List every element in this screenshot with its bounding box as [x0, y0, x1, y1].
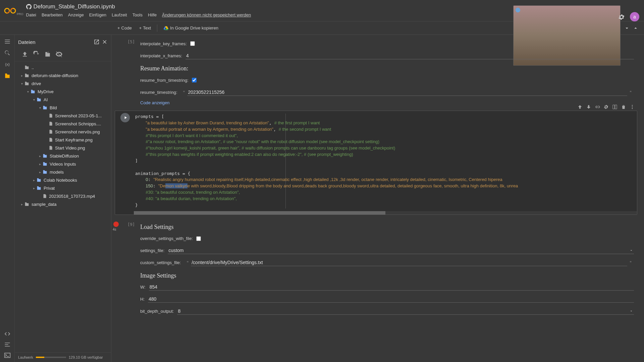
run-cell-button[interactable] — [120, 113, 130, 122]
add-text-button[interactable]: +Text — [137, 24, 154, 32]
code-editor[interactable]: prompts = [ "a beautiful lake by Asher B… — [134, 111, 637, 211]
search-icon[interactable] — [4, 50, 11, 56]
svg-point-7 — [632, 108, 633, 109]
hide-icon[interactable] — [56, 51, 62, 58]
custom-file-input[interactable] — [191, 259, 627, 266]
exec-count: [5] — [115, 40, 135, 44]
pro-badge: PRO — [17, 12, 23, 16]
menu-datei[interactable]: Datei — [26, 12, 36, 17]
resume-from-timestring-checkbox[interactable] — [192, 78, 197, 82]
resume-timestring-label: resume_timestring: — [140, 90, 177, 95]
menu-tools[interactable]: Tools — [132, 12, 143, 17]
menu-hilfe[interactable]: Hilfe — [148, 12, 157, 17]
notebook-title[interactable]: Deforum_Stable_Diffusion.ipynb — [34, 3, 115, 10]
interpolate-key-frames-checkbox[interactable] — [190, 41, 195, 46]
delete-icon[interactable] — [621, 104, 626, 110]
svg-point-6 — [632, 107, 633, 108]
add-code-button[interactable]: +Code — [115, 24, 135, 32]
close-icon[interactable] — [102, 39, 108, 45]
tree-up[interactable]: .. — [15, 63, 110, 71]
tree-file[interactable]: Start Video.png — [15, 144, 110, 152]
mount-drive-icon[interactable] — [44, 51, 51, 58]
file-icon — [48, 113, 53, 118]
copy-to-drive-button[interactable]: In Google Drive kopieren — [161, 24, 221, 32]
interpolate-key-frames-label: interpolate_key_frames: — [140, 41, 187, 46]
left-rail: {x} — [0, 35, 15, 362]
folder-icon — [42, 105, 48, 110]
refresh-icon[interactable] — [33, 51, 40, 58]
tree-folder[interactable]: ▸Privat — [15, 184, 110, 192]
tree-folder[interactable]: ▸deforum-stable-diffusion — [15, 71, 110, 79]
terminal-icon[interactable] — [4, 352, 11, 359]
tree-folder[interactable]: ▸Videos Inputs — [15, 160, 110, 168]
upload-icon[interactable] — [21, 51, 28, 58]
move-down-icon[interactable] — [586, 104, 591, 110]
tree-file[interactable]: Start Keyframe.png — [15, 136, 110, 144]
tree-folder[interactable]: ▾MyDrive — [15, 87, 110, 96]
move-up-icon[interactable] — [577, 104, 583, 110]
chevron-down-icon — [629, 248, 633, 252]
tree-folder[interactable]: ▾drive — [15, 79, 110, 87]
files-icon[interactable] — [4, 72, 11, 79]
settings-file-select[interactable]: custom — [168, 247, 634, 254]
toc-icon[interactable] — [4, 38, 11, 45]
tree-folder[interactable]: ▸sample_data — [15, 200, 110, 208]
svg-point-5 — [632, 105, 633, 106]
avatar[interactable]: a — [630, 12, 639, 21]
mirror-icon[interactable] — [612, 104, 618, 110]
variables-icon[interactable]: {x} — [4, 61, 11, 68]
tree-folder[interactable]: ▸StableDiffusion — [15, 152, 110, 160]
interpolate-x-frames-input[interactable] — [185, 52, 634, 59]
chevron-down-icon — [629, 309, 633, 313]
show-code-link[interactable]: Code anzeigen — [140, 100, 169, 105]
file-tree[interactable]: .. ▸deforum-stable-diffusion ▾drive ▾MyD… — [15, 61, 111, 352]
file-icon — [48, 121, 53, 126]
disk-usage: Laufwerk 129.10 GB verfügbar — [15, 352, 111, 362]
tree-file[interactable]: 20230518_170723.mp4 — [15, 192, 110, 200]
link-icon[interactable] — [595, 104, 600, 110]
colab-logo[interactable]: PRO — [4, 6, 23, 16]
resume-timestring-input[interactable] — [187, 89, 627, 96]
more-icon[interactable] — [630, 104, 635, 110]
tree-file[interactable]: Screenshot nervös.png — [15, 128, 110, 136]
folder-icon — [24, 65, 30, 70]
h-input[interactable] — [148, 296, 634, 303]
github-icon — [26, 4, 32, 9]
header-dropdown-icon[interactable] — [624, 25, 630, 31]
tree-file[interactable]: Screenshot Schnipps.... — [15, 120, 110, 128]
drive-icon — [163, 25, 169, 31]
tree-folder[interactable]: ▸Colab Notebooks — [15, 176, 110, 184]
menu-anzeige[interactable]: Anzeige — [68, 12, 84, 17]
bit-depth-label: bit_depth_output: — [140, 309, 174, 314]
files-sidebar: Dateien .. ▸deforum-stable-diffusion ▾dr… — [15, 35, 111, 362]
new-window-icon[interactable] — [94, 39, 100, 45]
save-warning[interactable]: Änderungen können nicht gespeichert werd… — [162, 12, 251, 17]
folder-icon — [30, 89, 36, 94]
menu-einfuegen[interactable]: Einfügen — [89, 12, 106, 17]
w-input[interactable] — [149, 284, 634, 291]
file-icon — [48, 137, 53, 142]
menu-laufzeit[interactable]: Laufzeit — [112, 12, 127, 17]
header-collapse-icon[interactable] — [633, 25, 639, 31]
folder-icon — [24, 201, 30, 207]
svg-text:{x}: {x} — [5, 62, 10, 66]
settings-file-label: settings_file: — [140, 248, 164, 253]
tree-folder[interactable]: ▾AI — [15, 96, 110, 104]
tree-folder[interactable]: ▸models — [15, 168, 110, 176]
tree-file[interactable]: Screenshot 2023-05-1... — [15, 112, 110, 120]
folder-icon — [24, 81, 30, 86]
gear-icon[interactable] — [603, 104, 609, 110]
override-checkbox[interactable] — [196, 236, 201, 241]
command-icon[interactable] — [4, 341, 11, 348]
code-snippets-icon[interactable] — [4, 330, 11, 337]
file-icon — [42, 194, 47, 198]
menu-bearbeiten[interactable]: Bearbeiten — [42, 12, 63, 17]
notebook-content[interactable]: [5] interpolate_key_frames: interpolate_… — [111, 35, 644, 362]
bit-depth-select[interactable]: 8 — [177, 308, 634, 315]
tree-folder[interactable]: ▾Bild — [15, 104, 110, 112]
settings-icon[interactable] — [618, 13, 625, 21]
exec-time: 4s — [113, 228, 116, 231]
exec-count: [9] — [115, 222, 135, 227]
folder-icon — [36, 97, 42, 102]
horizontal-scrollbar[interactable] — [134, 211, 637, 215]
